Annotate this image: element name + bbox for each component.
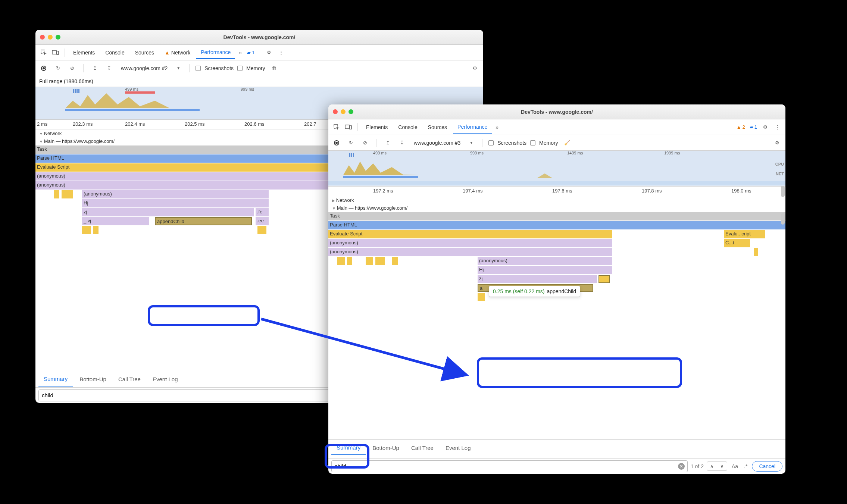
flame-bar[interactable] xyxy=(257,226,266,234)
tab-bottom-up[interactable]: Bottom-Up xyxy=(367,441,404,455)
flame-fn-hj[interactable]: Hj xyxy=(478,266,612,274)
flame-fn-ee[interactable]: .ee xyxy=(256,217,269,225)
warnings-badge[interactable]: ▲2 xyxy=(735,123,747,131)
tab-network[interactable]: ▲ Network xyxy=(160,47,195,59)
download-icon[interactable]: ↧ xyxy=(104,63,114,73)
tab-console[interactable]: Console xyxy=(101,47,129,59)
clear-icon[interactable]: ⊘ xyxy=(360,138,370,148)
cancel-button[interactable]: Cancel xyxy=(752,461,782,472)
tab-elements[interactable]: Elements xyxy=(362,121,392,133)
flame-anonymous[interactable]: (anonymous) xyxy=(328,239,612,247)
record-icon[interactable] xyxy=(331,138,342,148)
flame-anonymous[interactable]: (anonymous) xyxy=(328,248,612,256)
flame-bar[interactable] xyxy=(337,257,345,265)
minimize-icon[interactable] xyxy=(341,109,346,114)
search-input[interactable] xyxy=(331,460,688,472)
match-case-toggle[interactable]: Aa xyxy=(730,463,740,469)
flame-fn-vj[interactable]: _.vj xyxy=(82,217,149,225)
tab-sources[interactable]: Sources xyxy=(131,47,159,59)
prev-match-icon[interactable]: ∧ xyxy=(707,462,717,470)
tab-event-log[interactable]: Event Log xyxy=(440,441,476,455)
recording-select[interactable]: www.google.com #2▼ xyxy=(118,64,183,73)
flame-anonymous[interactable]: (anonymous) xyxy=(82,190,269,198)
inspect-icon[interactable] xyxy=(331,122,342,132)
track-network[interactable]: Network xyxy=(328,196,785,204)
inspect-icon[interactable] xyxy=(38,47,49,58)
collect-garbage-icon[interactable]: 🧹 xyxy=(562,138,572,148)
maximize-icon[interactable] xyxy=(349,109,353,114)
device-icon[interactable] xyxy=(343,122,354,132)
flame-bar[interactable] xyxy=(392,257,398,265)
flame-fn-zj[interactable]: zj xyxy=(82,208,254,216)
tab-call-tree[interactable]: Call Tree xyxy=(406,441,439,455)
close-icon[interactable] xyxy=(40,35,45,40)
tab-elements[interactable]: Elements xyxy=(69,47,99,59)
flame-bar[interactable] xyxy=(347,257,352,265)
flame-bar[interactable] xyxy=(478,293,485,301)
trash-icon[interactable]: 🗑 xyxy=(269,63,279,73)
device-icon[interactable] xyxy=(50,47,61,58)
titlebar[interactable]: DevTools - www.google.com/ xyxy=(328,104,785,119)
record-icon[interactable] xyxy=(38,63,49,73)
track-main[interactable]: Main — https://www.google.com/ xyxy=(328,204,785,212)
flame-bar[interactable]: C...t xyxy=(724,239,750,247)
reload-icon[interactable]: ↻ xyxy=(346,138,356,148)
flame-chart[interactable]: Task Parse HTML Evaluate Script Evalu...… xyxy=(328,212,785,339)
issues-badge[interactable]: ▰1 xyxy=(748,123,759,131)
scrollbar[interactable] xyxy=(781,186,785,197)
titlebar[interactable]: DevTools - www.google.com/ xyxy=(35,30,483,45)
overview-minimap[interactable]: 499 ms 999 ms 1499 ms 1999 ms CPU NET xyxy=(328,151,785,187)
kebab-icon[interactable]: ⋮ xyxy=(772,122,782,132)
reload-icon[interactable]: ↻ xyxy=(53,63,63,73)
recording-select[interactable]: www.google.com #3▼ xyxy=(411,138,476,147)
flame-bar[interactable] xyxy=(754,248,758,256)
flame-fn-fe[interactable]: .fe xyxy=(256,208,269,216)
tab-event-log[interactable]: Event Log xyxy=(147,372,183,386)
flame-bar[interactable] xyxy=(82,226,91,234)
flame-bar[interactable] xyxy=(54,190,59,198)
upload-icon[interactable]: ↥ xyxy=(90,63,100,73)
tab-summary[interactable]: Summary xyxy=(38,372,73,386)
flame-appendchild[interactable]: appendChild xyxy=(155,217,252,225)
regex-toggle[interactable]: .* xyxy=(743,463,749,469)
flame-bar[interactable] xyxy=(62,190,73,198)
clear-icon[interactable]: ⊘ xyxy=(67,63,77,73)
flame-ruler[interactable]: 197.2 ms 197.4 ms 197.6 ms 197.8 ms 198.… xyxy=(328,187,785,196)
issues-badge[interactable]: ▰1 xyxy=(246,49,256,56)
tab-call-tree[interactable]: Call Tree xyxy=(113,372,146,386)
flame-anonymous[interactable]: (anonymous) xyxy=(478,257,612,265)
flame-bar[interactable] xyxy=(93,226,99,234)
flame-fn-hj[interactable]: Hj xyxy=(82,199,269,207)
tab-sources[interactable]: Sources xyxy=(424,121,451,133)
flame-fn-zj[interactable]: zj xyxy=(478,275,597,283)
more-tabs-icon[interactable]: » xyxy=(237,50,244,56)
gear-icon[interactable]: ⚙ xyxy=(760,122,771,132)
flame-bar[interactable] xyxy=(598,275,610,283)
flame-parse-html[interactable]: Parse HTML xyxy=(328,221,785,229)
kebab-icon[interactable]: ⋮ xyxy=(276,47,286,58)
tab-performance[interactable]: Performance xyxy=(453,121,492,134)
tab-summary[interactable]: Summary xyxy=(331,441,366,455)
flame-task[interactable]: Task xyxy=(328,212,785,220)
minimize-icon[interactable] xyxy=(48,35,53,40)
flame-bar[interactable] xyxy=(366,257,373,265)
scrollbar[interactable] xyxy=(781,213,785,225)
more-tabs-icon[interactable]: » xyxy=(493,124,501,130)
tab-performance[interactable]: Performance xyxy=(196,46,235,59)
memory-checkbox[interactable] xyxy=(237,66,243,71)
gear-icon[interactable]: ⚙ xyxy=(470,63,480,73)
close-icon[interactable] xyxy=(333,109,338,114)
gear-icon[interactable]: ⚙ xyxy=(772,138,782,148)
memory-checkbox[interactable] xyxy=(530,140,535,145)
tab-bottom-up[interactable]: Bottom-Up xyxy=(74,372,112,386)
maximize-icon[interactable] xyxy=(56,35,60,40)
flame-bar[interactable] xyxy=(375,257,385,265)
gear-icon[interactable]: ⚙ xyxy=(264,47,274,58)
clear-icon[interactable]: ✕ xyxy=(678,463,685,470)
download-icon[interactable]: ↧ xyxy=(397,138,407,148)
screenshots-checkbox[interactable] xyxy=(488,140,494,145)
next-match-icon[interactable]: ∨ xyxy=(717,462,727,470)
flame-evaluate-script[interactable]: Evalu...cript xyxy=(724,230,765,238)
flame-evaluate-script[interactable]: Evaluate Script xyxy=(328,230,612,238)
screenshots-checkbox[interactable] xyxy=(196,66,201,71)
